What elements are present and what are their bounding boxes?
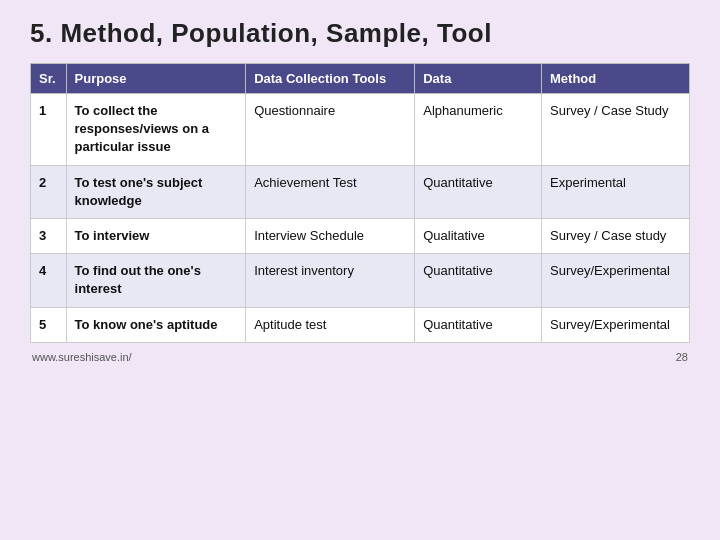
cell-data: Quantitative	[415, 254, 542, 307]
cell-data: Quantitative	[415, 307, 542, 342]
cell-sr: 2	[31, 165, 67, 218]
cell-tools: Interview Schedule	[246, 218, 415, 253]
cell-method: Survey / Case Study	[542, 94, 690, 166]
cell-method: Experimental	[542, 165, 690, 218]
cell-sr: 1	[31, 94, 67, 166]
table-row: 4To find out the one's interestInterest …	[31, 254, 690, 307]
footer: www.sureshisave.in/ 28	[30, 351, 690, 363]
cell-purpose: To interview	[66, 218, 246, 253]
col-header-sr: Sr.	[31, 64, 67, 94]
cell-tools: Interest inventory	[246, 254, 415, 307]
table-row: 1To collect the responses/views on a par…	[31, 94, 690, 166]
cell-sr: 3	[31, 218, 67, 253]
cell-tools: Aptitude test	[246, 307, 415, 342]
cell-purpose: To know one's aptitude	[66, 307, 246, 342]
footer-website: www.sureshisave.in/	[32, 351, 132, 363]
cell-purpose: To find out the one's interest	[66, 254, 246, 307]
col-header-data: Data	[415, 64, 542, 94]
col-header-method: Method	[542, 64, 690, 94]
table-row: 2To test one's subject knowledgeAchievem…	[31, 165, 690, 218]
cell-method: Survey / Case study	[542, 218, 690, 253]
table-row: 5To know one's aptitudeAptitude testQuan…	[31, 307, 690, 342]
table-header-row: Sr. Purpose Data Collection Tools Data M…	[31, 64, 690, 94]
cell-data: Quantitative	[415, 165, 542, 218]
cell-tools: Achievement Test	[246, 165, 415, 218]
cell-data: Qualitative	[415, 218, 542, 253]
page: 5. Method, Population, Sample, Tool Sr. …	[0, 0, 720, 540]
cell-sr: 5	[31, 307, 67, 342]
table-row: 3To interviewInterview ScheduleQualitati…	[31, 218, 690, 253]
cell-tools: Questionnaire	[246, 94, 415, 166]
cell-purpose: To test one's subject knowledge	[66, 165, 246, 218]
cell-sr: 4	[31, 254, 67, 307]
col-header-purpose: Purpose	[66, 64, 246, 94]
cell-method: Survey/Experimental	[542, 254, 690, 307]
cell-purpose: To collect the responses/views on a part…	[66, 94, 246, 166]
page-title: 5. Method, Population, Sample, Tool	[30, 18, 690, 49]
cell-data: Alphanumeric	[415, 94, 542, 166]
col-header-tools: Data Collection Tools	[246, 64, 415, 94]
footer-page: 28	[676, 351, 688, 363]
cell-method: Survey/Experimental	[542, 307, 690, 342]
data-table: Sr. Purpose Data Collection Tools Data M…	[30, 63, 690, 343]
